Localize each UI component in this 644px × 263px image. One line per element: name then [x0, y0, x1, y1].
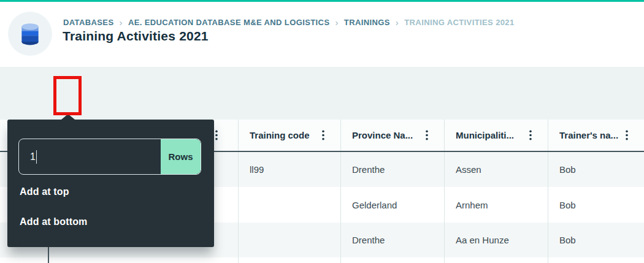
column-header-training-code[interactable]: Training code — [238, 120, 340, 151]
cell-trainer[interactable]: Bob — [548, 223, 644, 257]
column-menu-icon[interactable] — [322, 130, 324, 140]
breadcrumb-trainings[interactable]: TRAININGS — [344, 18, 390, 27]
breadcrumb: DATABASES › AE. EDUCATION DATABASE M&E A… — [63, 18, 515, 27]
dropdown-pointer — [61, 114, 75, 120]
row-count-input-group: 1 Rows — [18, 139, 201, 175]
column-menu-icon[interactable] — [529, 130, 532, 140]
menu-item-add-at-top[interactable]: Add at top — [20, 186, 69, 197]
column-menu-icon[interactable] — [215, 130, 218, 143]
database-logo — [8, 12, 52, 56]
breadcrumb-separator: › — [119, 18, 122, 27]
breadcrumb-databases[interactable]: DATABASES — [63, 18, 113, 27]
text-cursor — [36, 150, 37, 164]
column-header-municipality[interactable]: Municipaliti... — [444, 120, 548, 151]
cell-training-code[interactable] — [238, 223, 340, 257]
cell — [238, 257, 340, 263]
breadcrumb-current-page: TRAINING ACTIVITIES 2021 — [404, 18, 514, 27]
cell — [444, 257, 548, 263]
database-cylinder-icon — [18, 21, 42, 47]
cell-trainer[interactable]: Bob — [548, 152, 644, 187]
cell — [340, 257, 444, 263]
table-row-partial — [0, 257, 644, 263]
cell-province[interactable]: Drenthe — [340, 223, 444, 257]
breadcrumb-separator: › — [396, 18, 399, 27]
add-dropdown-menu: 1 Rows Add at top Add at bottom — [7, 120, 214, 247]
frozen-column-divider — [48, 247, 49, 263]
cell-trainer[interactable]: Bob — [548, 187, 644, 223]
column-menu-icon[interactable] — [626, 130, 628, 140]
column-label: Training code — [250, 130, 310, 140]
cell-province[interactable]: Gelderland — [340, 187, 444, 223]
column-label: Trainer's na... — [559, 130, 618, 140]
app-window: DATABASES › AE. EDUCATION DATABASE M&E A… — [0, 0, 644, 263]
page-header: DATABASES › AE. EDUCATION DATABASE M&E A… — [0, 2, 644, 67]
breadcrumb-separator: › — [335, 18, 338, 27]
cell-training-code[interactable] — [238, 187, 340, 223]
column-header-trainer[interactable]: Trainer's na... — [548, 120, 644, 151]
cell-municipality[interactable]: Arnhem — [444, 187, 548, 223]
rows-button[interactable]: Rows — [161, 139, 201, 174]
toolbar: Add Submit Views — [0, 67, 644, 120]
row-count-value: 1 — [30, 151, 36, 162]
cell-province[interactable]: Drenthe — [340, 152, 444, 187]
row-count-input[interactable]: 1 — [19, 139, 161, 174]
cell-municipality[interactable]: Assen — [444, 152, 548, 187]
cell — [548, 257, 644, 263]
breadcrumb-database-name[interactable]: AE. EDUCATION DATABASE M&E AND LOGISTICS — [128, 18, 330, 27]
menu-item-add-at-bottom[interactable]: Add at bottom — [20, 216, 88, 227]
column-header-province[interactable]: Province Na... — [340, 120, 444, 151]
column-label: Municipaliti... — [456, 130, 514, 140]
column-label: Province Na... — [352, 130, 413, 140]
cell-municipality[interactable]: Aa en Hunze — [444, 223, 548, 257]
page-title: Training Activities 2021 — [63, 29, 209, 44]
column-menu-icon[interactable] — [426, 130, 428, 140]
cell-training-code[interactable]: ll99 — [238, 152, 340, 187]
